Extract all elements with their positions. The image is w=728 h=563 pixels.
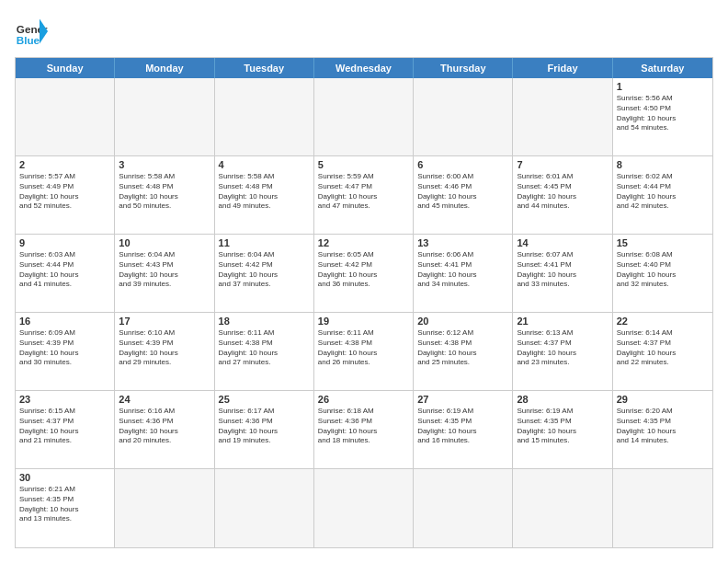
calendar-cell: 1Sunrise: 5:56 AM Sunset: 4:50 PM Daylig…	[613, 78, 712, 155]
cell-day-number: 4	[219, 159, 310, 170]
calendar-cell	[414, 78, 513, 155]
cell-day-number: 21	[517, 316, 608, 327]
calendar-cell: 2Sunrise: 5:57 AM Sunset: 4:49 PM Daylig…	[16, 156, 115, 234]
logo-icon: General Blue	[15, 15, 48, 48]
calendar-cell: 15Sunrise: 6:08 AM Sunset: 4:40 PM Dayli…	[613, 235, 712, 312]
calendar-cell	[215, 469, 314, 547]
calendar-cell: 17Sunrise: 6:10 AM Sunset: 4:39 PM Dayli…	[115, 313, 214, 390]
cell-info: Sunrise: 6:09 AM Sunset: 4:39 PM Dayligh…	[19, 328, 110, 368]
calendar-cell: 10Sunrise: 6:04 AM Sunset: 4:43 PM Dayli…	[115, 235, 214, 312]
day-header: Tuesday	[215, 58, 314, 78]
calendar-row: 30Sunrise: 6:21 AM Sunset: 4:35 PM Dayli…	[16, 469, 712, 547]
cell-day-number: 3	[119, 159, 210, 170]
day-headers: SundayMondayTuesdayWednesdayThursdayFrid…	[16, 58, 712, 78]
cell-info: Sunrise: 6:00 AM Sunset: 4:46 PM Dayligh…	[417, 172, 508, 212]
calendar-cell	[414, 469, 513, 547]
calendar-cell: 6Sunrise: 6:00 AM Sunset: 4:46 PM Daylig…	[414, 156, 513, 234]
cell-info: Sunrise: 6:15 AM Sunset: 4:37 PM Dayligh…	[19, 407, 110, 446]
calendar-cell: 13Sunrise: 6:06 AM Sunset: 4:41 PM Dayli…	[414, 235, 513, 312]
cell-day-number: 11	[219, 237, 310, 248]
cell-info: Sunrise: 5:56 AM Sunset: 4:50 PM Dayligh…	[617, 94, 709, 133]
calendar-cell: 14Sunrise: 6:07 AM Sunset: 4:41 PM Dayli…	[513, 235, 612, 312]
cell-info: Sunrise: 5:57 AM Sunset: 4:49 PM Dayligh…	[19, 172, 110, 212]
cell-info: Sunrise: 6:21 AM Sunset: 4:35 PM Dayligh…	[19, 485, 110, 524]
cell-info: Sunrise: 6:20 AM Sunset: 4:35 PM Dayligh…	[617, 407, 709, 446]
calendar-cell	[314, 469, 414, 547]
cell-day-number: 13	[417, 237, 508, 248]
cell-day-number: 23	[19, 394, 110, 405]
calendar-cell	[513, 78, 612, 155]
calendar-cell: 25Sunrise: 6:17 AM Sunset: 4:36 PM Dayli…	[215, 391, 314, 468]
cell-info: Sunrise: 6:04 AM Sunset: 4:42 PM Dayligh…	[219, 250, 310, 290]
calendar-cell	[16, 78, 115, 155]
calendar-cell: 21Sunrise: 6:13 AM Sunset: 4:37 PM Dayli…	[513, 313, 612, 390]
cell-day-number: 7	[517, 159, 608, 170]
calendar-cell: 7Sunrise: 6:01 AM Sunset: 4:45 PM Daylig…	[513, 156, 612, 234]
cell-day-number: 26	[318, 394, 409, 405]
cell-info: Sunrise: 6:04 AM Sunset: 4:43 PM Dayligh…	[119, 250, 210, 290]
cell-day-number: 30	[19, 472, 110, 483]
calendar-cell: 24Sunrise: 6:16 AM Sunset: 4:36 PM Dayli…	[115, 391, 214, 468]
svg-text:Blue: Blue	[17, 34, 40, 46]
calendar-cell: 8Sunrise: 6:02 AM Sunset: 4:44 PM Daylig…	[613, 156, 712, 234]
calendar-cell: 27Sunrise: 6:19 AM Sunset: 4:35 PM Dayli…	[414, 391, 513, 468]
cell-info: Sunrise: 6:06 AM Sunset: 4:41 PM Dayligh…	[417, 250, 508, 290]
cell-day-number: 17	[119, 316, 210, 327]
cell-day-number: 18	[219, 316, 310, 327]
cell-info: Sunrise: 6:14 AM Sunset: 4:37 PM Dayligh…	[617, 328, 709, 368]
calendar-cell: 26Sunrise: 6:18 AM Sunset: 4:36 PM Dayli…	[314, 391, 414, 468]
calendar-row: 2Sunrise: 5:57 AM Sunset: 4:49 PM Daylig…	[16, 156, 712, 235]
calendar-row: 16Sunrise: 6:09 AM Sunset: 4:39 PM Dayli…	[16, 313, 712, 391]
calendar-cell	[613, 469, 712, 547]
cell-day-number: 20	[417, 316, 508, 327]
cell-info: Sunrise: 6:02 AM Sunset: 4:44 PM Dayligh…	[617, 172, 709, 212]
cell-info: Sunrise: 6:01 AM Sunset: 4:45 PM Dayligh…	[517, 172, 608, 212]
cell-day-number: 19	[318, 316, 409, 327]
cell-day-number: 5	[318, 159, 409, 170]
cell-info: Sunrise: 5:58 AM Sunset: 4:48 PM Dayligh…	[119, 172, 210, 212]
cell-day-number: 9	[19, 237, 110, 248]
calendar-cell: 22Sunrise: 6:14 AM Sunset: 4:37 PM Dayli…	[613, 313, 712, 390]
calendar-cell: 9Sunrise: 6:03 AM Sunset: 4:44 PM Daylig…	[16, 235, 115, 312]
day-header: Sunday	[16, 58, 115, 78]
cell-info: Sunrise: 5:58 AM Sunset: 4:48 PM Dayligh…	[219, 172, 310, 212]
cell-day-number: 27	[417, 394, 508, 405]
cell-info: Sunrise: 6:12 AM Sunset: 4:38 PM Dayligh…	[417, 328, 508, 368]
cell-day-number: 16	[19, 316, 110, 327]
page: General Blue SundayMondayTuesdayWednesda…	[0, 0, 728, 563]
calendar-row: 9Sunrise: 6:03 AM Sunset: 4:44 PM Daylig…	[16, 235, 712, 313]
cell-day-number: 2	[19, 159, 110, 170]
calendar-cell: 28Sunrise: 6:19 AM Sunset: 4:35 PM Dayli…	[513, 391, 612, 468]
calendar-cell: 19Sunrise: 6:11 AM Sunset: 4:38 PM Dayli…	[314, 313, 414, 390]
cell-info: Sunrise: 6:08 AM Sunset: 4:40 PM Dayligh…	[617, 250, 709, 290]
day-header: Monday	[115, 58, 214, 78]
calendar-cell: 5Sunrise: 5:59 AM Sunset: 4:47 PM Daylig…	[314, 156, 414, 234]
calendar-cell: 12Sunrise: 6:05 AM Sunset: 4:42 PM Dayli…	[314, 235, 414, 312]
calendar-cell: 11Sunrise: 6:04 AM Sunset: 4:42 PM Dayli…	[215, 235, 314, 312]
cell-info: Sunrise: 6:10 AM Sunset: 4:39 PM Dayligh…	[119, 328, 210, 368]
cell-info: Sunrise: 6:16 AM Sunset: 4:36 PM Dayligh…	[119, 407, 210, 446]
calendar: SundayMondayTuesdayWednesdayThursdayFrid…	[15, 57, 713, 548]
calendar-cell	[513, 469, 612, 547]
cell-info: Sunrise: 6:05 AM Sunset: 4:42 PM Dayligh…	[318, 250, 409, 290]
calendar-row: 1Sunrise: 5:56 AM Sunset: 4:50 PM Daylig…	[16, 78, 712, 156]
cell-info: Sunrise: 6:13 AM Sunset: 4:37 PM Dayligh…	[517, 328, 608, 368]
calendar-cell: 29Sunrise: 6:20 AM Sunset: 4:35 PM Dayli…	[613, 391, 712, 468]
cell-day-number: 12	[318, 237, 409, 248]
cell-day-number: 8	[617, 159, 709, 170]
cell-info: Sunrise: 6:07 AM Sunset: 4:41 PM Dayligh…	[517, 250, 608, 290]
calendar-cell: 30Sunrise: 6:21 AM Sunset: 4:35 PM Dayli…	[16, 469, 115, 547]
calendar-row: 23Sunrise: 6:15 AM Sunset: 4:37 PM Dayli…	[16, 391, 712, 469]
cell-info: Sunrise: 6:18 AM Sunset: 4:36 PM Dayligh…	[318, 407, 409, 446]
calendar-cell: 23Sunrise: 6:15 AM Sunset: 4:37 PM Dayli…	[16, 391, 115, 468]
calendar-grid: 1Sunrise: 5:56 AM Sunset: 4:50 PM Daylig…	[16, 78, 712, 547]
cell-info: Sunrise: 6:03 AM Sunset: 4:44 PM Dayligh…	[19, 250, 110, 290]
calendar-cell: 20Sunrise: 6:12 AM Sunset: 4:38 PM Dayli…	[414, 313, 513, 390]
cell-day-number: 25	[219, 394, 310, 405]
calendar-cell: 4Sunrise: 5:58 AM Sunset: 4:48 PM Daylig…	[215, 156, 314, 234]
cell-day-number: 24	[119, 394, 210, 405]
cell-day-number: 1	[617, 81, 709, 92]
calendar-cell	[115, 469, 214, 547]
logo: General Blue	[15, 15, 48, 48]
calendar-cell: 3Sunrise: 5:58 AM Sunset: 4:48 PM Daylig…	[115, 156, 214, 234]
